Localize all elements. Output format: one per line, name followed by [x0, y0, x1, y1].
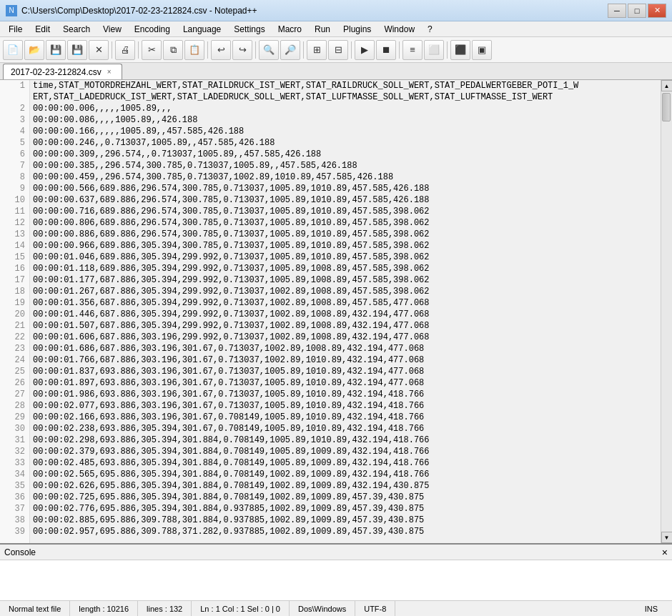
- code-line: 00:00:00.086,,,,1005.89,,426.188: [33, 114, 658, 126]
- scroll-down-arrow[interactable]: ▼: [661, 532, 673, 543]
- code-line: 00:00:01.267,687.886,305.394,299.992,0.7…: [33, 286, 658, 297]
- console-label: Console: [4, 547, 36, 557]
- toolbar-separator: [255, 41, 256, 59]
- status-encoding: UTF-8: [355, 601, 395, 616]
- code-line: 00:00:02.077,693.886,303.196,301.67,0.71…: [33, 400, 658, 412]
- status-line-ending: Dos\Windows: [290, 601, 355, 616]
- scroll-track[interactable]: [661, 91, 673, 532]
- line-number: 8: [0, 172, 29, 183]
- code-line: 00:00:01.118,689.886,305.394,299.992,0.7…: [33, 263, 658, 274]
- copy-icon[interactable]: ⧉: [163, 40, 183, 60]
- code-line: 00:00:01.766,687.886,303.196,301.67,0.71…: [33, 354, 658, 366]
- cut-icon[interactable]: ✂: [142, 40, 162, 60]
- code-line: time,STAT_MOTORDREHZAHL_WERT,STAT_RAILDR…: [33, 80, 658, 91]
- menu-item-edit[interactable]: Edit: [29, 23, 56, 36]
- line-number: 10: [0, 194, 29, 206]
- code-line: 00:00:02.485,693.886,305.394,301.884,0.7…: [33, 457, 658, 469]
- zoom-out-icon[interactable]: ⊟: [328, 40, 348, 60]
- paste-icon[interactable]: 📋: [184, 40, 204, 60]
- toolbar-icon[interactable]: ▣: [472, 40, 492, 60]
- menu-item-search[interactable]: Search: [57, 23, 96, 36]
- toolbar-separator: [303, 41, 304, 59]
- code-line: 00:00:00.385,,296.574,300.785,0.713037,1…: [33, 160, 658, 172]
- code-line: 00:00:00.716,689.886,296.574,300.785,0.7…: [33, 206, 658, 217]
- line-number: 14: [0, 240, 29, 252]
- line-number: 37: [0, 503, 29, 515]
- toolbar-separator: [207, 41, 208, 59]
- stop-icon[interactable]: ⏹: [376, 40, 396, 60]
- save-file-icon[interactable]: 💾: [46, 40, 66, 60]
- line-number: 22: [0, 332, 29, 343]
- content-wrapper: 1234567891011121314151617181920212223242…: [0, 80, 672, 616]
- vertical-scrollbar[interactable]: ▲ ▼: [661, 80, 672, 543]
- code-line: 00:00:02.565,695.886,305.394,301.884,0.7…: [33, 469, 658, 480]
- find-icon[interactable]: 🔍: [259, 40, 279, 60]
- minimize-button[interactable]: ─: [608, 4, 626, 18]
- tab-close-button[interactable]: ×: [104, 67, 114, 77]
- code-line: 00:00:00.309,,296.574,,0.713037,1005.89,…: [33, 149, 658, 160]
- menu-item-?[interactable]: ?: [422, 23, 438, 36]
- window-title: C:\Users\Comp\Desktop\2017-02-23-212824.…: [21, 6, 257, 16]
- console-close-button[interactable]: ×: [662, 547, 668, 558]
- line-number: 25: [0, 366, 29, 377]
- scroll-up-arrow[interactable]: ▲: [661, 80, 673, 91]
- line-number: 20: [0, 309, 29, 320]
- zoom-icon[interactable]: ⊞: [307, 40, 327, 60]
- menu-item-encoding[interactable]: Encoding: [129, 23, 176, 36]
- indent-icon[interactable]: ≡: [402, 40, 423, 60]
- close-window-button[interactable]: ✕: [648, 4, 666, 18]
- code-line: 00:00:02.379,693.886,305.394,301.884,0.7…: [33, 446, 658, 457]
- maximize-button[interactable]: □: [628, 4, 646, 18]
- code-line: 00:00:00.166,,,,,1005.89,,457.585,426.18…: [33, 126, 658, 137]
- undo-icon[interactable]: ↩: [211, 40, 231, 60]
- tab-filename: 2017-02-23-212824.csv: [11, 67, 102, 77]
- toolbar-separator: [447, 41, 448, 59]
- run-icon[interactable]: ▶: [355, 40, 375, 60]
- macro-icon[interactable]: ⬛: [450, 40, 470, 60]
- console-body: [0, 560, 672, 600]
- code-line: 00:00:00.459,,296.574,300.785,0.713037,1…: [33, 172, 658, 183]
- line-number: [0, 91, 29, 103]
- menu-item-view[interactable]: View: [97, 23, 127, 36]
- title-bar: N C:\Users\Comp\Desktop\2017-02-23-21282…: [0, 0, 672, 21]
- new-file-icon[interactable]: 📄: [3, 40, 23, 60]
- code-line: 00:00:02.166,693.886,303.196,301.67,0.70…: [33, 412, 658, 423]
- menu-item-run[interactable]: Run: [309, 23, 336, 36]
- line-number: 21: [0, 320, 29, 332]
- code-line: 00:00:01.446,687.886,305.394,299.992,0.7…: [33, 309, 658, 320]
- code-line: 00:00:01.507,687.886,305.394,299.992,0.7…: [33, 320, 658, 332]
- replace-icon[interactable]: 🔎: [280, 40, 300, 60]
- toolbar-separator: [399, 41, 400, 59]
- line-number: 1: [0, 80, 29, 91]
- menu-item-plugins[interactable]: Plugins: [337, 23, 377, 36]
- code-line: 00:00:01.046,689.886,305.394,299.992,0.7…: [33, 252, 658, 263]
- line-number: 9: [0, 183, 29, 194]
- editor-section: 1234567891011121314151617181920212223242…: [0, 80, 672, 543]
- line-number: 2: [0, 103, 29, 114]
- menu-item-settings[interactable]: Settings: [228, 23, 270, 36]
- menu-item-window[interactable]: Window: [378, 23, 420, 36]
- save-all-icon[interactable]: 💾: [67, 40, 87, 60]
- line-number: 17: [0, 274, 29, 286]
- line-number: 13: [0, 229, 29, 240]
- line-number: 6: [0, 149, 29, 160]
- toolbar: 📄📂💾💾✕🖨✂⧉📋↩↪🔍🔎⊞⊟▶⏹≡⬜⬛▣: [0, 37, 672, 63]
- code-line: 00:00:01.177,687.886,305.394,299.992,0.7…: [33, 274, 658, 286]
- print-icon[interactable]: 🖨: [115, 40, 135, 60]
- line-number: 39: [0, 526, 29, 537]
- file-tab[interactable]: 2017-02-23-212824.csv ×: [3, 64, 122, 79]
- menu-bar: FileEditSearchViewEncodingLanguageSettin…: [0, 21, 672, 37]
- menu-item-language[interactable]: Language: [177, 23, 227, 36]
- block-icon[interactable]: ⬜: [424, 40, 444, 60]
- redo-icon[interactable]: ↪: [232, 40, 252, 60]
- code-line: 00:00:01.356,687.886,305.394,299.992,0.7…: [33, 297, 658, 309]
- code-area[interactable]: time,STAT_MOTORDREHZAHL_WERT,STAT_RAILDR…: [30, 80, 661, 543]
- menu-item-file[interactable]: File: [3, 23, 28, 36]
- menu-item-macro[interactable]: Macro: [272, 23, 307, 36]
- scroll-thumb[interactable]: [662, 93, 671, 121]
- open-file-icon[interactable]: 📂: [24, 40, 44, 60]
- code-line: 00:00:02.298,693.886,305.394,301.884,0.7…: [33, 434, 658, 446]
- close-file-icon[interactable]: ✕: [89, 40, 109, 60]
- line-number: 23: [0, 343, 29, 354]
- code-content[interactable]: time,STAT_MOTORDREHZAHL_WERT,STAT_RAILDR…: [30, 80, 661, 543]
